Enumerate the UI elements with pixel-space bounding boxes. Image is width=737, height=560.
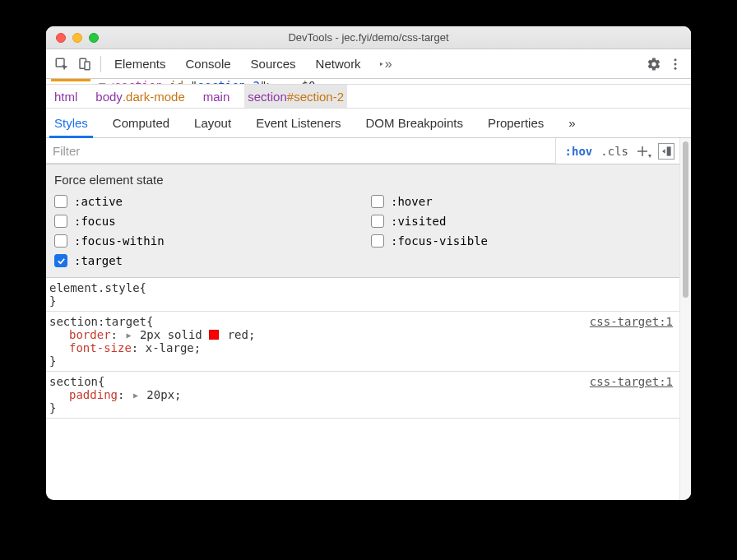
breadcrumb-item[interactable]: html [51, 85, 81, 108]
traffic-lights [46, 33, 99, 43]
checkbox[interactable] [54, 234, 67, 248]
styles-list: element.style {}section:target {css-targ… [46, 278, 679, 419]
styles-filter-input[interactable]: Filter [46, 138, 556, 164]
color-swatch[interactable] [209, 330, 219, 340]
force-state-focus-visible[interactable]: :focus-visible [371, 234, 671, 248]
checkbox[interactable] [54, 254, 67, 267]
breadcrumb-item[interactable]: body.dark-mode [92, 85, 188, 108]
source-link[interactable]: css-target:1 [590, 315, 673, 328]
styles-toolbar: Filter :hov .cls ▾ [46, 138, 679, 164]
svg-point-3 [674, 58, 677, 61]
force-state-focus-within[interactable]: :focus-within [54, 234, 355, 248]
subtab-dom-breakpoints[interactable]: DOM Breakpoints [363, 109, 466, 137]
subtab-layout[interactable]: Layout [191, 109, 234, 137]
force-state-label: :target [74, 254, 123, 267]
checkbox[interactable] [371, 195, 384, 208]
computed-sidebar-toggle-icon[interactable] [658, 143, 674, 160]
elements-tree-snippet[interactable]: ▼<section id="section-2"> == $0 [46, 79, 691, 84]
force-element-state-panel: Force element state :active:hover:focus:… [46, 164, 679, 278]
subtab-properties[interactable]: Properties [484, 109, 547, 137]
force-state-label: :focus [74, 215, 116, 228]
breadcrumb-item[interactable]: main [200, 85, 234, 108]
selector[interactable]: element.style [49, 281, 140, 294]
more-subtabs-icon[interactable]: » [565, 109, 578, 137]
panel-tab-sources[interactable]: Sources [251, 57, 296, 71]
force-state-label: :focus-within [74, 234, 165, 248]
svg-point-4 [674, 62, 677, 65]
inspect-element-icon[interactable] [54, 57, 69, 72]
checkbox[interactable] [54, 195, 67, 208]
selector[interactable]: section [49, 375, 98, 388]
margin-highlight [51, 79, 90, 81]
checkbox[interactable] [371, 234, 384, 248]
devtools-window: DevTools - jec.fyi/demo/css-target Eleme… [46, 26, 691, 500]
force-state-label: :visited [391, 215, 446, 228]
kebab-menu-icon[interactable] [668, 57, 683, 72]
checkbox[interactable] [54, 215, 67, 228]
vertical-scrollbar[interactable] [679, 138, 691, 500]
force-state-label: :hover [391, 195, 433, 208]
device-toolbar-icon[interactable] [77, 57, 92, 72]
style-rule[interactable]: element.style {} [46, 278, 679, 312]
subtab-styles[interactable]: Styles [51, 109, 91, 137]
breadcrumb-item[interactable]: section#section-2 [244, 85, 347, 108]
declaration[interactable]: font-size: x-large; [49, 341, 673, 354]
styles-pane: Filter :hov .cls ▾ Force element state :… [46, 138, 679, 500]
force-state-active[interactable]: :active [54, 195, 355, 208]
main-toolbar: ElementsConsoleSourcesNetwork » [46, 49, 691, 79]
zoom-window-button[interactable] [89, 33, 99, 43]
source-link[interactable]: css-target:1 [590, 375, 673, 388]
style-rule[interactable]: section:target {css-target:1border: ▶ 2p… [46, 312, 679, 372]
force-state-label: :focus-visible [391, 234, 488, 248]
toggle-hov-button[interactable]: :hov [561, 145, 597, 158]
titlebar: DevTools - jec.fyi/demo/css-target [46, 26, 691, 49]
window-title: DevTools - jec.fyi/demo/css-target [46, 31, 691, 44]
selector[interactable]: section:target [49, 315, 146, 328]
svg-point-5 [674, 67, 677, 69]
close-window-button[interactable] [56, 33, 66, 43]
filter-placeholder: Filter [53, 144, 80, 158]
more-panels-icon[interactable]: » [378, 57, 392, 72]
svg-rect-2 [85, 62, 90, 70]
new-style-rule-icon[interactable]: ▾ [635, 142, 653, 160]
force-state-visited[interactable]: :visited [371, 215, 671, 228]
separator [100, 56, 101, 72]
scrollbar-thumb[interactable] [683, 141, 688, 298]
breadcrumb-bar: htmlbody.dark-modemainsection#section-2 [46, 84, 691, 109]
svg-rect-6 [667, 146, 671, 155]
panel-tabs: ElementsConsoleSourcesNetwork [114, 57, 361, 71]
checkbox[interactable] [371, 215, 384, 228]
panel-tab-network[interactable]: Network [316, 57, 361, 71]
settings-icon[interactable] [647, 57, 661, 72]
minimize-window-button[interactable] [72, 33, 82, 43]
force-state-target[interactable]: :target [54, 254, 355, 267]
styles-subtabs: StylesComputedLayoutEvent ListenersDOM B… [46, 109, 691, 138]
style-rule[interactable]: section {css-target:1padding: ▶ 20px;} [46, 372, 679, 419]
force-state-label: :active [74, 195, 123, 208]
declaration[interactable]: border: ▶ 2px solid red; [49, 328, 673, 341]
force-state-title: Force element state [54, 173, 671, 187]
declaration[interactable]: padding: ▶ 20px; [49, 388, 673, 401]
force-state-focus[interactable]: :focus [54, 215, 355, 228]
force-state-hover[interactable]: :hover [371, 195, 671, 208]
toggle-cls-button[interactable]: .cls [596, 145, 633, 158]
subtab-computed[interactable]: Computed [109, 109, 173, 137]
panel-tab-console[interactable]: Console [186, 57, 231, 71]
subtab-event-listeners[interactable]: Event Listeners [253, 109, 344, 137]
panel-tab-elements[interactable]: Elements [114, 57, 166, 71]
